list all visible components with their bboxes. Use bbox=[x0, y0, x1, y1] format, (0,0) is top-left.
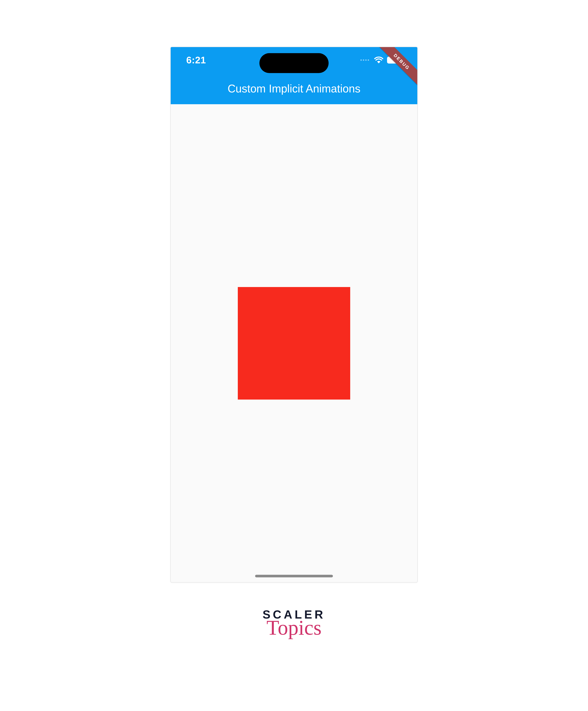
app-body bbox=[171, 104, 417, 582]
status-time: 6:21 bbox=[186, 55, 206, 66]
status-bar: 6:21 bbox=[171, 47, 417, 73]
wifi-icon bbox=[374, 56, 384, 64]
phone-simulator-frame: 6:21 DEBUG Custom Implicit bbox=[171, 47, 417, 583]
app-title: Custom Implicit Animations bbox=[228, 82, 360, 95]
home-indicator[interactable] bbox=[255, 575, 333, 577]
app-title-bar: Custom Implicit Animations bbox=[171, 73, 417, 104]
dynamic-island bbox=[259, 53, 329, 73]
battery-icon bbox=[387, 57, 402, 64]
animated-square[interactable] bbox=[238, 287, 350, 400]
brand-subname: Topics bbox=[263, 619, 325, 637]
app-bar: 6:21 DEBUG Custom Implicit bbox=[171, 47, 417, 104]
branding: SCALER Topics bbox=[263, 608, 325, 637]
status-indicators bbox=[360, 56, 402, 64]
cellular-signal-icon bbox=[360, 59, 369, 61]
